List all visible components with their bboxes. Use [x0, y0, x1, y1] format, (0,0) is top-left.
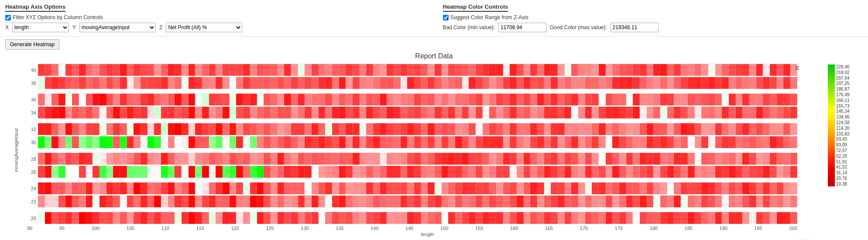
heatmap-cell: [688, 94, 695, 105]
heatmap-cell: [715, 64, 722, 76]
heatmap-cell: [65, 183, 72, 194]
heatmap-cell: [647, 153, 654, 165]
heatmap-cell: [763, 94, 770, 105]
heatmap-cell: [236, 153, 243, 165]
heatmap-cell: [544, 64, 551, 76]
heatmap-cell: [305, 196, 312, 207]
hamburger-menu-icon[interactable]: ≡: [795, 64, 799, 73]
heatmap-cell: [688, 123, 695, 135]
heatmap-cell: [332, 136, 339, 148]
heatmap-cell: [72, 77, 79, 89]
heatmap-cell: [236, 196, 243, 207]
heatmap-cell: [565, 64, 572, 76]
heatmap-cell: [407, 64, 414, 76]
heatmap-cell: [154, 107, 161, 118]
heatmap-cell: [647, 183, 654, 194]
heatmap-cell: [667, 107, 674, 118]
heatmap-cell: [209, 107, 216, 118]
heatmap-cell: [612, 107, 619, 118]
heatmap-cell: [770, 166, 777, 178]
heatmap-cell: [599, 166, 606, 178]
x-axis-select[interactable]: length: [12, 23, 69, 32]
heatmap-cell: [257, 123, 264, 135]
heatmap-cell: [175, 107, 182, 118]
heatmap-cell: [653, 183, 660, 194]
heatmap-cell: [428, 107, 435, 118]
heatmap-cell: [209, 166, 216, 178]
heatmap-cell: [681, 212, 688, 224]
heatmap-cell: [305, 123, 312, 135]
heatmap-cell: [483, 107, 490, 118]
heatmap-cell: [353, 196, 360, 207]
heatmap-cell: [790, 153, 797, 165]
heatmap-cell: [619, 136, 626, 148]
heatmap-cell: [168, 77, 175, 89]
heatmap-cell: [99, 183, 106, 194]
suggest-color-checkbox[interactable]: [443, 15, 449, 20]
heatmap-cell: [209, 196, 216, 207]
filter-checkbox-label[interactable]: Filter XYZ Options by Column Controls: [5, 14, 103, 20]
heatmap-cell: [681, 123, 688, 135]
heatmap-cell: [736, 94, 743, 105]
heatmap-cell: [476, 136, 483, 148]
heatmap-cell: [209, 153, 216, 165]
heatmap-cell: [783, 183, 790, 194]
heatmap-cell: [243, 77, 250, 89]
heatmap-cell: [442, 183, 449, 194]
bad-color-input[interactable]: [498, 23, 546, 32]
heatmap-cell: [736, 166, 743, 178]
heatmap-cell: [667, 94, 674, 105]
heatmap-cell: [770, 107, 777, 118]
filter-checkbox[interactable]: [5, 15, 11, 20]
x-tick-label: 170: [580, 226, 588, 231]
heatmap-cell: [640, 212, 647, 224]
heatmap-cell: [51, 64, 58, 76]
heatmap-cell: [332, 153, 339, 165]
heatmap-cell: [373, 94, 380, 105]
heatmap-cell: [414, 153, 421, 165]
heatmap-cell: [189, 183, 196, 194]
heatmap-cell: [312, 136, 319, 148]
heatmap-cell: [407, 94, 414, 105]
heatmap-cell: [790, 212, 797, 224]
heatmap-cell: [783, 136, 790, 148]
suggest-color-label[interactable]: Suggest Color Range from Z-Axis: [443, 14, 528, 20]
heatmap-cell: [58, 64, 65, 76]
heatmap-cell: [524, 136, 531, 148]
heatmap-cell: [141, 196, 148, 207]
heatmap-cell: [325, 77, 332, 89]
heatmap-cell: [175, 64, 182, 76]
heatmap-cell: [182, 107, 189, 118]
x-axis-title: length: [27, 232, 828, 237]
heatmap-cell: [770, 196, 777, 207]
heatmap-cell: [749, 212, 756, 224]
heatmap-cell: [612, 136, 619, 148]
z-axis-select[interactable]: Net Profit (All) %: [166, 23, 242, 32]
heatmap-cell: [688, 136, 695, 148]
heatmap-cell: [148, 123, 154, 135]
good-color-input[interactable]: [611, 23, 659, 32]
heatmap-cell: [298, 212, 305, 224]
heatmap-cell: [106, 136, 113, 148]
heatmap-cell: [264, 77, 271, 89]
y-axis-select[interactable]: movingAverageInput: [79, 23, 156, 32]
heatmap-cell: [510, 107, 517, 118]
heatmap-cell: [435, 123, 442, 135]
heatmap-cell: [708, 196, 715, 207]
heatmap-cell: [428, 196, 435, 207]
heatmap-cell: [510, 166, 517, 178]
heatmap-cell: [483, 77, 490, 89]
heatmap-cell: [51, 153, 58, 165]
heatmap-cell: [168, 94, 175, 105]
heatmap-cell: [65, 212, 72, 224]
heatmap-cell: [278, 183, 285, 194]
heatmap-cell: [127, 123, 134, 135]
heatmap-cell: [489, 136, 496, 148]
generate-heatmap-button[interactable]: Generate Heatmap: [5, 39, 59, 50]
heatmap-cell: [202, 123, 209, 135]
heatmap-cell: [777, 94, 784, 105]
heatmap-cell: [51, 123, 58, 135]
heatmap-cell: [722, 183, 729, 194]
heatmap-cell: [442, 107, 449, 118]
heatmap-cell: [653, 196, 660, 207]
